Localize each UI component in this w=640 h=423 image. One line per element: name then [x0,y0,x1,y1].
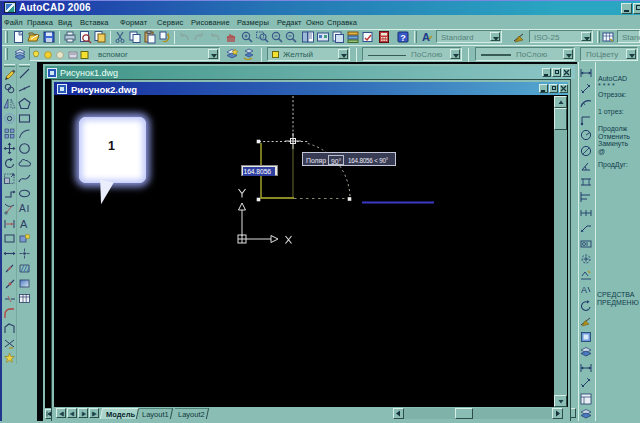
svg-text:A: A [19,203,26,214]
svg-text:?: ? [400,33,406,43]
svg-text:A: A [422,31,430,43]
svg-text:A: A [581,285,587,295]
svg-text:A: A [20,218,28,230]
